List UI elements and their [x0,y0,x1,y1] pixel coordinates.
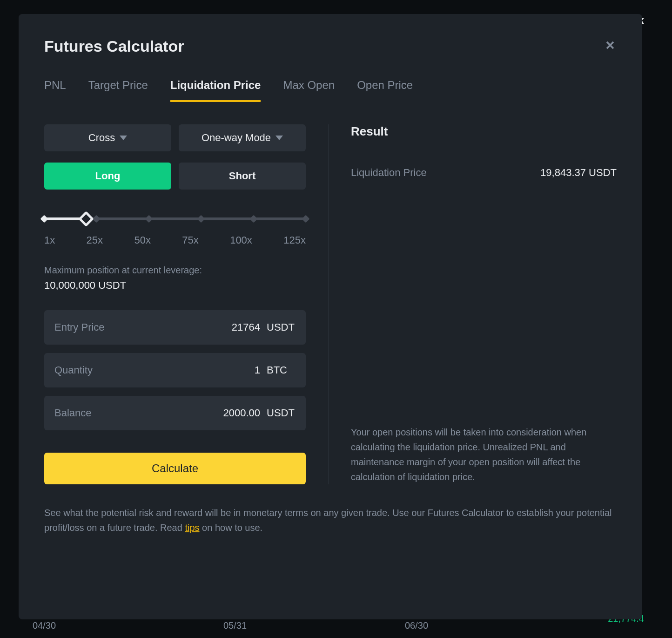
entry-price-label: Entry Price [54,321,195,333]
slider-tick[interactable] [40,215,48,223]
leverage-tick-label: 50x [134,234,150,246]
date-label: 04/30 [33,620,56,631]
position-mode-label: One-way Mode [202,132,271,144]
margin-mode-label: Cross [88,132,115,144]
chevron-down-icon [276,136,283,140]
max-position-label: Maximum position at current leverage: [44,265,306,276]
date-label: 06/30 [405,620,428,631]
chevron-down-icon [120,136,127,140]
slider-handle[interactable] [78,211,94,227]
date-label: 05/31 [223,620,247,631]
slider-tick[interactable] [302,215,310,223]
max-position-info: Maximum position at current leverage: 10… [44,265,306,292]
max-position-value: 10,000,000 USDT [44,279,306,292]
tab-max-open[interactable]: Max Open [283,79,335,102]
footer-text: See what the potential risk and reward w… [44,508,612,533]
balance-input[interactable] [195,407,260,419]
long-button[interactable]: Long [44,163,171,190]
leverage-tick-label: 25x [87,234,103,246]
entry-price-unit: USDT [267,321,296,333]
quantity-label: Quantity [54,364,195,376]
result-note: Your open positions will be taken into c… [351,425,617,484]
slider-tick[interactable] [145,215,153,223]
leverage-slider[interactable] [44,217,306,220]
footer-note: See what the potential risk and reward w… [44,505,617,535]
balance-unit: USDT [267,407,296,419]
leverage-tick-label: 125x [283,234,306,246]
slider-tick[interactable] [249,215,257,223]
slider-tick[interactable] [93,215,101,223]
tab-liquidation-price[interactable]: Liquidation Price [170,79,261,102]
modal-title: Futures Calculator [44,37,184,55]
margin-mode-dropdown[interactable]: Cross [44,124,171,151]
leverage-tick-label: 75x [182,234,198,246]
quantity-group: Quantity BTC [44,353,306,387]
slider-tick[interactable] [197,215,205,223]
position-mode-dropdown[interactable]: One-way Mode [179,124,306,151]
balance-group: Balance USDT [44,396,306,430]
footer-text: on how to use. [200,523,263,533]
liquidation-price-value: 19,843.37 USDT [540,167,617,179]
balance-label: Balance [54,407,195,419]
tab-target-price[interactable]: Target Price [88,79,148,102]
tab-pnl[interactable]: PNL [44,79,66,102]
tips-link[interactable]: tips [185,523,199,533]
close-icon [604,39,617,52]
slider-labels: 1x 25x 50x 75x 100x 125x [44,234,306,246]
futures-calculator-modal: Futures Calculator PNL Target Price Liqu… [19,14,642,619]
tab-open-price[interactable]: Open Price [357,79,413,102]
liquidation-price-label: Liquidation Price [351,167,427,179]
close-button[interactable] [604,39,617,54]
result-title: Result [351,124,617,139]
result-panel: Result Liquidation Price 19,843.37 USDT … [328,124,617,484]
entry-price-input[interactable] [195,321,260,333]
leverage-tick-label: 100x [230,234,252,246]
input-panel: Cross One-way Mode Long Short [44,124,328,484]
quantity-input[interactable] [195,364,260,376]
quantity-unit: BTC [267,364,296,376]
calculate-button[interactable]: Calculate [44,453,306,484]
tab-bar: PNL Target Price Liquidation Price Max O… [44,79,617,102]
short-button[interactable]: Short [179,163,306,190]
leverage-tick-label: 1x [44,234,55,246]
entry-price-group: Entry Price USDT [44,310,306,345]
